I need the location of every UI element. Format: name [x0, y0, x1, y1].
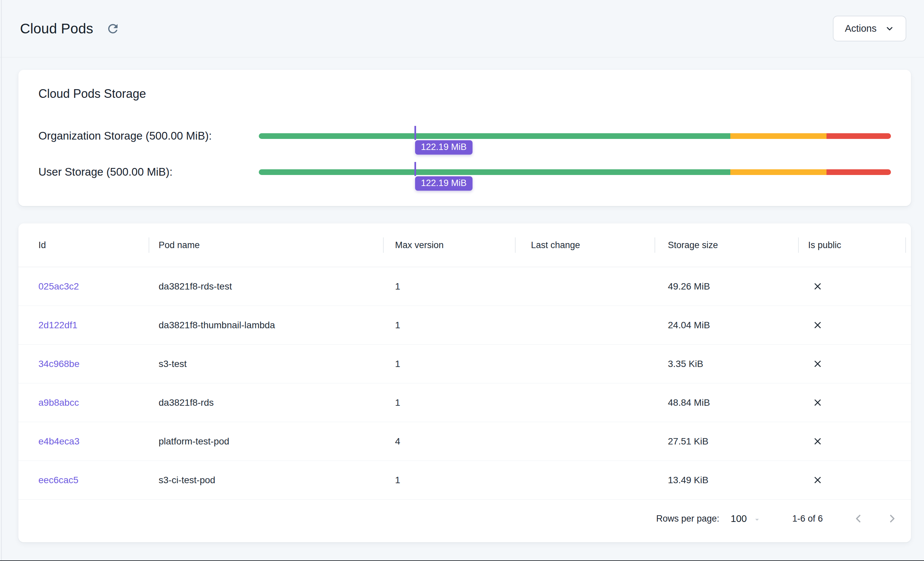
actions-button-label: Actions [845, 23, 877, 34]
pod-name-cell: da3821f8-thumbnail-lambda [148, 320, 383, 331]
table-row[interactable]: a9b8abcc da3821f8-rds 1 48.84 MiB [18, 383, 911, 422]
rows-per-page-select[interactable]: 100 [730, 513, 761, 524]
not-public-icon [812, 436, 823, 447]
table-row[interactable]: 025ac3c2 da3821f8-rds-test 1 49.26 MiB [18, 267, 911, 306]
not-public-icon [812, 358, 823, 369]
column-header-pod-name[interactable]: Pod name [148, 240, 383, 250]
max-version-cell: 1 [383, 475, 515, 486]
chevron-left-icon [852, 512, 864, 525]
pod-name-cell: s3-ci-test-pod [148, 475, 383, 486]
is-public-cell [798, 436, 911, 447]
previous-page-button[interactable] [851, 511, 866, 526]
storage-bar-track [259, 133, 891, 139]
pod-name-cell: platform-test-pod [148, 436, 383, 447]
pod-name-cell: s3-test [148, 358, 383, 369]
refresh-icon [106, 22, 120, 36]
column-separator [148, 237, 149, 253]
storage-usage-marker [414, 126, 416, 140]
page-header: Cloud Pods Actions [0, 0, 924, 57]
page-title: Cloud Pods [20, 21, 93, 37]
column-header-storage-size[interactable]: Storage size [654, 240, 798, 250]
next-page-button[interactable] [885, 511, 900, 526]
table-row[interactable]: 2d122df1 da3821f8-thumbnail-lambda 1 24.… [18, 306, 911, 345]
column-separator [905, 237, 906, 253]
pod-id-link[interactable]: 025ac3c2 [38, 281, 79, 291]
organization-storage-label: Organization Storage (500.00 MiB): [38, 130, 259, 142]
refresh-button[interactable] [105, 21, 120, 36]
storage-usage-marker [414, 162, 416, 176]
is-public-cell [798, 281, 911, 292]
pod-name-cell: da3821f8-rds [148, 398, 383, 408]
table-header-row: Id Pod name Max version Last change Stor… [18, 224, 911, 267]
storage-bar-track [259, 169, 891, 175]
cloud-pods-table-card: Id Pod name Max version Last change Stor… [18, 224, 911, 542]
user-storage-row: User Storage (500.00 MiB): 122.19 MiB [38, 156, 891, 188]
max-version-cell: 1 [383, 320, 515, 331]
select-caret-icon [753, 515, 761, 524]
max-version-cell: 4 [383, 436, 515, 447]
is-public-cell [798, 320, 911, 331]
table-row[interactable]: 34c968be s3-test 1 3.35 KiB [18, 345, 911, 383]
user-storage-label: User Storage (500.00 MiB): [38, 166, 259, 178]
not-public-icon [812, 397, 823, 408]
column-header-is-public[interactable]: Is public [798, 240, 911, 250]
storage-size-cell: 3.35 KiB [654, 358, 798, 369]
pod-id-link[interactable]: eec6cac5 [38, 475, 78, 485]
not-public-icon [812, 281, 823, 292]
rows-per-page-value: 100 [730, 513, 747, 524]
rows-per-page-label: Rows per page: [656, 514, 719, 524]
storage-size-cell: 13.49 KiB [654, 475, 798, 486]
storage-size-cell: 27.51 KiB [654, 436, 798, 447]
storage-card: Cloud Pods Storage Organization Storage … [18, 70, 911, 206]
column-separator [383, 237, 384, 253]
organization-storage-row: Organization Storage (500.00 MiB): 122.1… [38, 120, 891, 152]
column-header-last-change[interactable]: Last change [515, 240, 654, 250]
pod-id-link[interactable]: 2d122df1 [38, 320, 78, 330]
column-separator [654, 237, 655, 253]
column-separator [515, 237, 516, 253]
is-public-cell [798, 474, 911, 486]
max-version-cell: 1 [383, 398, 515, 408]
actions-button[interactable]: Actions [833, 16, 906, 41]
max-version-cell: 1 [383, 281, 515, 292]
chevron-right-icon [886, 512, 898, 525]
column-separator [798, 237, 799, 253]
table-row[interactable]: eec6cac5 s3-ci-test-pod 1 13.49 KiB [18, 461, 911, 500]
pod-id-link[interactable]: a9b8abcc [38, 398, 79, 408]
storage-usage-badge: 122.19 MiB [415, 176, 473, 191]
storage-size-cell: 48.84 MiB [654, 398, 798, 408]
storage-usage-badge: 122.19 MiB [415, 140, 473, 155]
column-header-max-version[interactable]: Max version [383, 240, 515, 250]
pod-id-link[interactable]: e4b4eca3 [38, 436, 80, 447]
storage-size-cell: 49.26 MiB [654, 281, 798, 292]
is-public-cell [798, 358, 911, 369]
max-version-cell: 1 [383, 358, 515, 369]
user-storage-gauge: 122.19 MiB [259, 169, 891, 175]
table-body: 025ac3c2 da3821f8-rds-test 1 49.26 MiB 2… [18, 267, 911, 500]
not-public-icon [812, 320, 823, 331]
column-header-id[interactable]: Id [18, 240, 148, 250]
organization-storage-gauge: 122.19 MiB [259, 133, 891, 139]
not-public-icon [812, 474, 823, 486]
is-public-cell [798, 397, 911, 408]
chevron-down-icon [885, 24, 894, 33]
pagination-range-label: 1-6 of 6 [792, 514, 823, 524]
table-row[interactable]: e4b4eca3 platform-test-pod 4 27.51 KiB [18, 422, 911, 461]
storage-card-title: Cloud Pods Storage [38, 87, 891, 101]
page-left-border [1, 0, 2, 561]
storage-size-cell: 24.04 MiB [654, 320, 798, 331]
table-pagination: Rows per page: 100 1-6 of 6 [18, 500, 911, 542]
pod-id-link[interactable]: 34c968be [38, 358, 80, 369]
pod-name-cell: da3821f8-rds-test [148, 281, 383, 292]
